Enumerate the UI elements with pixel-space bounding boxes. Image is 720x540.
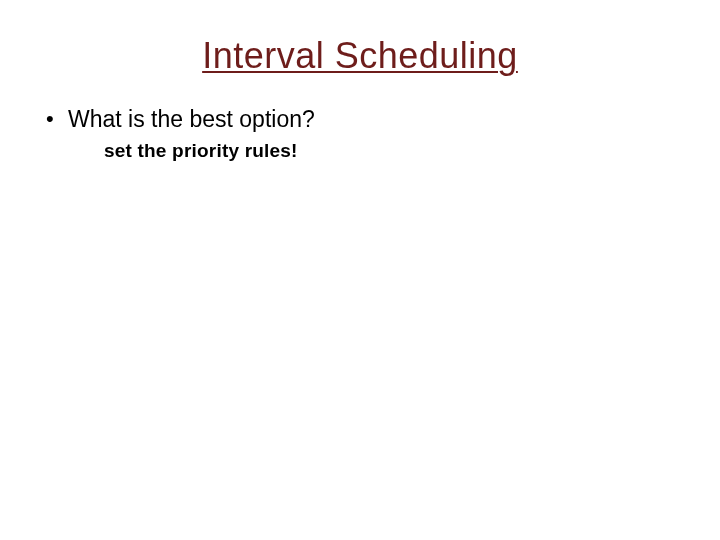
- slide-title: Interval Scheduling: [0, 36, 720, 76]
- sub-bullet-text: set the priority rules!: [68, 139, 680, 164]
- bullet-text: What is the best option?: [68, 106, 315, 132]
- slide: Interval Scheduling What is the best opt…: [0, 0, 720, 540]
- list-item: What is the best option? set the priorit…: [40, 104, 680, 164]
- slide-body: What is the best option? set the priorit…: [0, 104, 720, 164]
- bullet-list: What is the best option? set the priorit…: [40, 104, 680, 164]
